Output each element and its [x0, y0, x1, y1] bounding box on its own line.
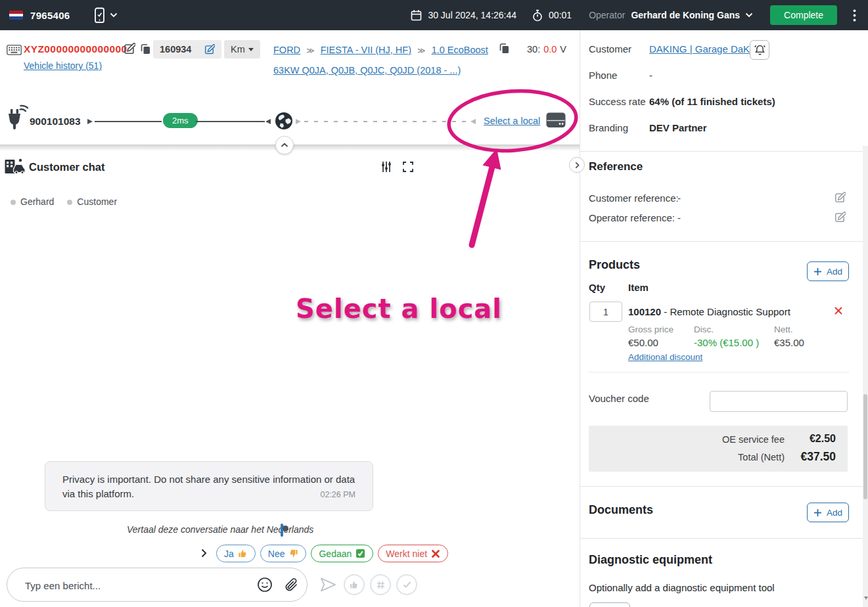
remove-product-icon[interactable] [834, 306, 843, 315]
privacy-message-bubble: Privacy is important. Do not share any s… [45, 461, 373, 511]
message-input-pill [7, 568, 308, 602]
quick-reply-label: Nee [268, 549, 285, 559]
copy-vin-icon[interactable] [139, 43, 151, 55]
nett-value: €35.00 [774, 337, 804, 348]
voucher-input[interactable] [710, 391, 848, 412]
copy-vehicle-icon[interactable] [498, 42, 510, 55]
section-divider [580, 151, 863, 152]
gross-price-label: Gross price [628, 325, 674, 334]
expand-panel-button[interactable] [569, 157, 585, 173]
additional-discount-link[interactable]: Additional discount [628, 352, 702, 362]
quick-reply-ja[interactable]: Ja [216, 545, 256, 562]
quick-reply-nee[interactable]: Nee [260, 545, 307, 562]
hashtag-circle-button[interactable] [370, 574, 391, 595]
vehicle-breadcrumb: FORD ≫ FIESTA - VII (HJ, HF) ≫ 1.0 EcoBo… [273, 40, 493, 80]
attachment-icon[interactable] [284, 577, 298, 592]
operator-name: Gerhard de Koning Gans [631, 10, 740, 20]
calendar-icon [411, 9, 422, 21]
gross-price-value: €50.00 [628, 337, 658, 348]
voltage-value: 0.0 [543, 44, 557, 55]
chevron-down-icon [745, 12, 753, 18]
customer-link[interactable]: DAKING | Garage DaKing [649, 43, 763, 55]
notification-bell-button[interactable] [750, 40, 769, 60]
annotation-arrow-head [483, 148, 501, 170]
product-name: - Remote Diagnostic Support [664, 306, 790, 317]
panel-scrollbar-track[interactable] [863, 146, 868, 607]
odometer-field[interactable]: 160934 [153, 40, 221, 58]
add-label: Add [827, 267, 842, 277]
section-divider [580, 538, 863, 539]
pending-link-line [304, 121, 468, 122]
participant-name: Customer [77, 196, 117, 207]
quick-replies-chevron-icon[interactable] [201, 549, 207, 558]
vehicle-history-link[interactable]: Vehicle history (51) [24, 60, 102, 71]
check-icon [403, 581, 411, 589]
translate-toggle[interactable] [281, 524, 283, 537]
odometer-unit-dropdown[interactable]: Km [224, 40, 260, 58]
check-circle-button[interactable] [396, 574, 417, 595]
obd-plug-icon [4, 104, 28, 131]
participant-name: Gerhard [20, 196, 54, 207]
keyboard-icon [7, 45, 22, 55]
chevron-up-icon [281, 143, 288, 148]
emoji-icon[interactable] [257, 577, 273, 593]
quick-reply-gedaan[interactable]: Gedaan [311, 545, 373, 562]
device-status-dropdown[interactable] [94, 7, 118, 24]
pin-label: 30: [527, 44, 540, 55]
ticket-number: 7965406 [30, 10, 70, 21]
breadcrumb-make-link[interactable]: FORD [273, 45, 300, 55]
complete-button[interactable]: Complete [770, 5, 837, 25]
link-arrow-left-icon [265, 119, 271, 124]
device-id: 900101083 [30, 116, 81, 127]
branding-label: Branding [589, 122, 628, 133]
edit-customer-reference-icon[interactable] [834, 192, 846, 204]
bell-icon [754, 44, 765, 56]
chevron-down-icon [110, 12, 118, 18]
select-local-link[interactable]: Select a local [484, 116, 540, 126]
disc-value: -30% (€15.00 ) [694, 337, 759, 348]
quick-reply-label: Ja [224, 549, 234, 559]
plus-icon [813, 508, 822, 517]
nl-flag-icon [9, 11, 23, 20]
message-input[interactable] [24, 569, 243, 602]
annotation-text: Select a local [296, 294, 502, 324]
success-rate-value: 64% (of 11 finished tickets) [649, 96, 775, 107]
vci-device-icon[interactable] [546, 112, 566, 128]
edit-operator-reference-icon[interactable] [834, 212, 846, 223]
add-product-button[interactable]: Add [807, 261, 849, 281]
chat-settings-icon[interactable] [380, 161, 392, 173]
send-icon[interactable] [319, 576, 337, 593]
plus-icon [813, 267, 822, 276]
thumbs-down-icon [288, 549, 298, 558]
totals-box: OE service fee €2.50 Total (Nett) €37.50 [589, 426, 848, 472]
voucher-label: Voucher code [589, 393, 649, 404]
qty-input[interactable] [589, 302, 622, 322]
voltage-unit: V [560, 44, 566, 55]
panel-scrollbar-thumb[interactable] [863, 394, 867, 499]
edit-odometer-icon[interactable] [204, 44, 215, 55]
link-arrow-left-icon [470, 119, 476, 124]
garage-car-icon [5, 158, 26, 174]
operator-reference-value: - [677, 212, 681, 223]
quick-reply-werkt-niet[interactable]: Werkt niet [378, 545, 448, 562]
success-rate-label: Success rate [589, 96, 646, 107]
topbar: 7965406 30 Jul 2024, 14:26:44 [0, 0, 868, 30]
disc-label: Disc. [694, 325, 714, 334]
edit-vin-icon[interactable] [123, 43, 135, 55]
scrollbar-down-arrow[interactable] [864, 596, 868, 600]
total-value: €37.50 [800, 450, 836, 464]
add-document-button[interactable]: Add [807, 503, 849, 522]
participant-dot [11, 200, 16, 205]
fullscreen-icon[interactable] [403, 162, 413, 172]
equipment-partial-button[interactable] [589, 602, 630, 607]
thumb-circle-button[interactable] [344, 574, 365, 595]
operator-dropdown[interactable]: Gerhard de Koning Gans [631, 10, 753, 20]
item-header: Item [628, 282, 649, 293]
annotation-arrow-shaft [472, 167, 492, 245]
collapse-panel-button[interactable] [275, 136, 294, 154]
breadcrumb-model-link[interactable]: FIESTA - VII (HJ, HF) [321, 45, 411, 55]
kebab-menu-icon[interactable] [852, 8, 857, 23]
quick-reply-label: Werkt niet [386, 549, 427, 559]
cross-icon [431, 549, 440, 558]
timer-value: 00:01 [549, 10, 572, 20]
